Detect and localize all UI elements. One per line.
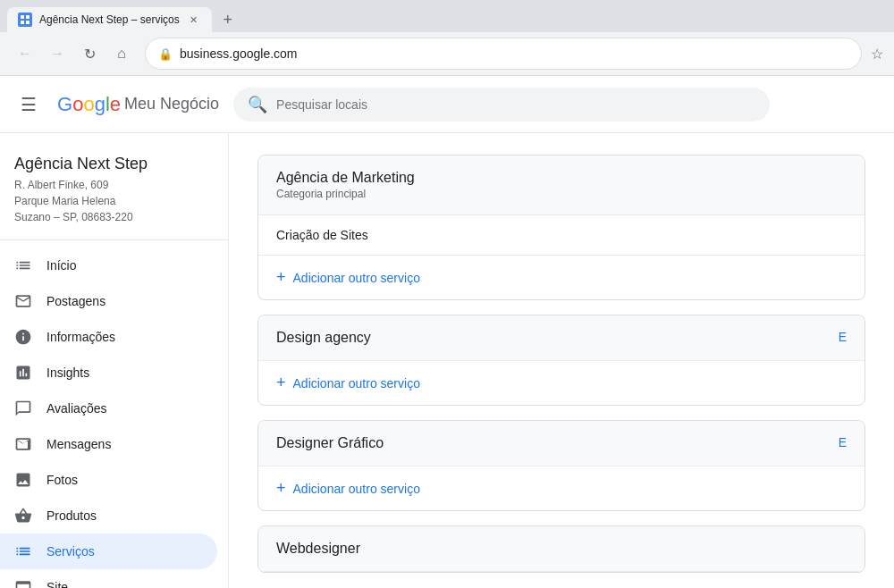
service-title-design-agency: Design agency — [276, 330, 371, 346]
mensagens-icon — [14, 435, 32, 453]
add-service-button-designer-grafico[interactable]: + Adicionar outro serviço — [258, 466, 864, 510]
site-icon — [14, 578, 32, 588]
sidebar-item-fotos-label: Fotos — [46, 473, 203, 487]
plus-icon-designer: + — [276, 479, 286, 498]
hamburger-menu-button[interactable]: ☰ — [14, 90, 43, 119]
add-service-button-design-agency[interactable]: + Adicionar outro serviço — [258, 361, 864, 405]
plus-icon-design: + — [276, 374, 286, 392]
business-address: R. Albert Finke, 609 Parque Maria Helena… — [14, 177, 214, 225]
search-bar[interactable]: 🔍 — [233, 88, 770, 122]
svg-rect-3 — [26, 21, 30, 24]
add-service-label-design: Adicionar outro serviço — [293, 376, 420, 391]
sidebar-item-servicos[interactable]: Serviços — [0, 533, 217, 569]
produtos-icon — [14, 507, 32, 525]
service-item-label: Criação de Sites — [276, 228, 368, 242]
logo-google-text: Google — [57, 93, 121, 116]
svg-rect-0 — [21, 15, 24, 19]
new-tab-button[interactable]: + — [215, 7, 240, 32]
home-icon — [14, 256, 32, 274]
lock-icon: 🔒 — [158, 47, 173, 61]
address-bar: ← → ↻ ⌂ 🔒 business.google.com ☆ — [0, 32, 894, 75]
add-service-button-agencia-marketing[interactable]: + Adicionar outro serviço — [258, 256, 864, 299]
url-text: business.google.com — [180, 46, 848, 61]
sidebar-item-produtos[interactable]: Produtos — [0, 498, 217, 533]
svg-rect-2 — [21, 21, 24, 24]
sidebar-item-insights-label: Insights — [46, 365, 203, 380]
service-card-header-designer-grafico: Designer Gráfico E — [258, 421, 864, 466]
sidebar-item-insights[interactable]: Insights — [0, 355, 217, 391]
reload-button[interactable]: ↻ — [75, 39, 104, 68]
tab-title: Agência Next Step – serviços — [39, 13, 180, 26]
address-line1: R. Albert Finke, 609 — [14, 177, 214, 193]
business-info: Agência Next Step R. Albert Finke, 609 P… — [0, 147, 228, 240]
sidebar-item-postagens[interactable]: Postagens — [0, 283, 217, 319]
search-icon: 🔍 — [248, 95, 267, 114]
service-title-webdesigner: Webdesigner — [276, 541, 360, 557]
svg-rect-1 — [26, 15, 30, 19]
fotos-icon — [14, 471, 32, 489]
home-button[interactable]: ⌂ — [107, 39, 136, 68]
google-logo: Google Meu Negócio — [57, 93, 219, 116]
main-content: Agência Next Step R. Albert Finke, 609 P… — [0, 133, 894, 588]
service-card-header-agencia-marketing: Agência de Marketing Categoria principal — [258, 155, 864, 215]
add-service-label-designer: Adicionar outro serviço — [293, 482, 420, 496]
nav-buttons: ← → ↻ ⌂ — [11, 39, 136, 68]
search-input[interactable] — [276, 97, 755, 112]
service-card-webdesigner: Webdesigner — [257, 525, 865, 573]
service-card-agencia-marketing: Agência de Marketing Categoria principal… — [257, 155, 865, 300]
edit-link-design-agency[interactable]: E — [839, 330, 847, 344]
browser-chrome: Agência Next Step – serviços ✕ + ← → ↻ ⌂… — [0, 0, 894, 76]
active-tab[interactable]: Agência Next Step – serviços ✕ — [7, 7, 212, 32]
sidebar-item-mensagens-label: Mensagens — [46, 437, 203, 451]
sidebar-item-postagens-label: Postagens — [46, 294, 203, 308]
sidebar-item-informacoes-label: Informações — [46, 330, 203, 344]
tab-bar: Agência Next Step – serviços ✕ + — [0, 0, 894, 32]
servicos-icon — [14, 542, 32, 560]
address-line2: Parque Maria Helena — [14, 193, 214, 209]
sidebar-item-servicos-label: Serviços — [46, 544, 203, 559]
sidebar-item-fotos[interactable]: Fotos — [0, 462, 217, 498]
sidebar: Agência Next Step R. Albert Finke, 609 P… — [0, 133, 229, 588]
sidebar-item-avaliacoes-label: Avaliações — [46, 401, 203, 416]
service-title-designer-grafico: Designer Gráfico — [276, 435, 384, 451]
service-item-criacao-sites: Criação de Sites — [258, 215, 864, 256]
sidebar-item-inicio-label: Início — [46, 258, 203, 273]
app-container: ☰ Google Meu Negócio 🔍 Agência Next Step… — [0, 76, 894, 588]
insights-icon — [14, 364, 32, 382]
service-title-agencia-marketing: Agência de Marketing — [276, 170, 415, 186]
address-line3: Suzano – SP, 08683-220 — [14, 209, 214, 225]
service-card-header-webdesigner: Webdesigner — [258, 526, 864, 572]
tab-close-button[interactable]: ✕ — [187, 13, 201, 27]
back-button[interactable]: ← — [11, 39, 39, 68]
tab-favicon — [18, 13, 32, 27]
forward-button[interactable]: → — [43, 39, 72, 68]
informacoes-icon — [14, 328, 32, 346]
bookmark-icon[interactable]: ☆ — [871, 46, 883, 63]
plus-icon: + — [276, 268, 286, 287]
service-card-header-design-agency: Design agency E — [258, 315, 864, 361]
service-card-designer-grafico: Designer Gráfico E + Adicionar outro ser… — [257, 420, 865, 511]
content-area: Agência de Marketing Categoria principal… — [229, 133, 894, 588]
edit-link-designer-grafico[interactable]: E — [839, 435, 847, 449]
logo-suffix: Meu Negócio — [124, 95, 219, 113]
url-bar[interactable]: 🔒 business.google.com — [145, 38, 862, 70]
sidebar-item-avaliacoes[interactable]: Avaliações — [0, 391, 217, 426]
top-nav: ☰ Google Meu Negócio 🔍 — [0, 76, 894, 133]
sidebar-item-mensagens[interactable]: Mensagens — [0, 426, 217, 462]
sidebar-item-inicio[interactable]: Início — [0, 248, 217, 283]
sidebar-item-site-label: Site — [46, 580, 203, 588]
avaliacoes-icon — [14, 399, 32, 417]
sidebar-item-produtos-label: Produtos — [46, 508, 203, 523]
sidebar-item-informacoes[interactable]: Informações — [0, 319, 217, 355]
service-subtitle-agencia-marketing: Categoria principal — [276, 188, 415, 200]
business-name: Agência Next Step — [14, 155, 214, 173]
service-card-design-agency: Design agency E + Adicionar outro serviç… — [257, 315, 865, 406]
postagens-icon — [14, 292, 32, 310]
add-service-label: Adicionar outro serviço — [293, 271, 420, 285]
sidebar-item-site[interactable]: Site — [0, 569, 217, 588]
